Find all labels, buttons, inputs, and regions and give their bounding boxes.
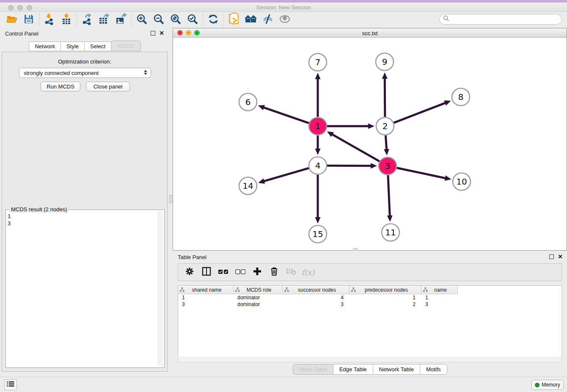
graph-node-1[interactable]: 1 <box>309 118 327 135</box>
table-toolbar: f(x) <box>178 263 562 281</box>
table-horizontal-scrollbar[interactable] <box>178 356 562 362</box>
graph-node-3[interactable]: 3 <box>379 157 396 175</box>
graph-node-6[interactable]: 6 <box>239 94 257 111</box>
graph-edge-2-3[interactable] <box>384 135 389 155</box>
clone-network-icon <box>228 13 239 27</box>
table-settings-button[interactable] <box>182 265 197 279</box>
graph-node-7[interactable]: 7 <box>309 54 327 71</box>
cell-name[interactable]: 3 <box>421 301 458 308</box>
cell-predecessor-nodes[interactable]: 2 <box>350 301 421 308</box>
optimization-criterion-select[interactable]: strongly connected component <box>19 68 151 78</box>
tab-node-table[interactable]: Node Table <box>293 364 333 375</box>
function-builder-button[interactable]: f(x) <box>301 265 315 279</box>
graph-edge-3-10[interactable] <box>397 168 451 181</box>
cell-successor-nodes[interactable]: 3 <box>283 301 350 308</box>
tab-motifs[interactable]: Motifs <box>420 364 447 375</box>
export-table-button[interactable] <box>96 13 113 27</box>
graph-node-8[interactable]: 8 <box>452 88 470 106</box>
tab-select[interactable]: Select <box>84 41 111 51</box>
float-panel-icon[interactable] <box>549 254 554 259</box>
cell-name[interactable]: 1 <box>421 294 458 301</box>
clone-network-button[interactable] <box>226 13 242 27</box>
graph-edge-1-2[interactable] <box>327 124 374 129</box>
float-panel-icon[interactable] <box>151 31 155 36</box>
tab-mcds[interactable]: MCDS <box>111 41 140 51</box>
close-panel-icon[interactable]: ✕ <box>159 31 164 36</box>
cell-MCDS-role[interactable]: dominator <box>234 294 283 301</box>
cell-successor-nodes[interactable]: 4 <box>283 294 350 301</box>
graph-node-2[interactable]: 2 <box>376 118 394 135</box>
network-window-titlebar[interactable]: × − + scc.txt <box>173 28 567 38</box>
network-overview-button[interactable] <box>242 13 259 27</box>
graph-edge-3-11[interactable] <box>387 175 393 222</box>
vertical-split-handle[interactable] <box>169 195 172 203</box>
search-box[interactable] <box>439 14 562 25</box>
control-panel-window-buttons: ✕ <box>151 31 164 36</box>
cell-shared-name[interactable]: 3 <box>178 301 234 308</box>
memory-button[interactable]: Memory <box>531 380 564 390</box>
search-input[interactable] <box>449 16 555 22</box>
graph-edge-1-6[interactable] <box>258 105 309 123</box>
column-header-MCDS-role[interactable]: MCDS role <box>234 286 283 294</box>
column-header-predecessor-nodes[interactable]: predecessor nodes <box>350 286 421 294</box>
control-panel-tabs: NetworkStyleSelectMCDS <box>0 41 169 51</box>
graph-node-4[interactable]: 4 <box>309 157 327 174</box>
graph-node-9[interactable]: 9 <box>376 53 394 71</box>
graph-node-10[interactable]: 10 <box>453 173 471 190</box>
show-graphics-button[interactable] <box>276 13 293 27</box>
cell-predecessor-nodes[interactable]: 1 <box>350 294 421 301</box>
task-history-button[interactable] <box>4 379 17 390</box>
svg-text:4: 4 <box>315 160 321 171</box>
zoom-out-button[interactable] <box>150 13 167 27</box>
graph-node-11[interactable]: 11 <box>382 224 399 241</box>
delete-row-button[interactable] <box>267 265 281 279</box>
graph-edge-4-14[interactable] <box>258 168 309 184</box>
network-graph-canvas[interactable]: 7968124314101511 <box>173 38 567 250</box>
eye-icon <box>279 14 291 25</box>
zoom-fit-button[interactable] <box>167 13 184 27</box>
tab-style[interactable]: Style <box>61 41 85 51</box>
tab-edge-table[interactable]: Edge Table <box>333 364 373 375</box>
split-columns-button[interactable] <box>199 265 214 279</box>
table-row[interactable]: 3dominator323 <box>178 301 561 308</box>
graph-edge-1-7[interactable] <box>315 73 321 117</box>
close-panel-button[interactable]: Close panel <box>86 82 130 91</box>
run-mcds-button[interactable]: Run MCDS <box>41 82 80 91</box>
select-all-button[interactable] <box>216 265 231 279</box>
column-header-successor-nodes[interactable]: successor nodes <box>283 286 350 294</box>
export-image-button[interactable] <box>113 13 129 27</box>
zoom-selected-button[interactable] <box>184 13 201 27</box>
export-network-button[interactable] <box>79 13 96 27</box>
graph-edge-4-15[interactable] <box>315 175 321 224</box>
graph-edge-1-4[interactable] <box>315 135 321 155</box>
graph-edge-3-1[interactable] <box>327 131 380 161</box>
tab-network-table[interactable]: Network Table <box>373 364 420 375</box>
graph-node-14[interactable]: 14 <box>239 177 257 195</box>
column-header-shared-name[interactable]: shared name <box>178 286 234 294</box>
delete-table-button[interactable] <box>284 265 298 279</box>
node-table[interactable]: shared nameMCDS rolesuccessor nodesprede… <box>178 285 562 362</box>
close-panel-icon[interactable]: ✕ <box>558 254 563 259</box>
svg-text:1: 1 <box>315 121 321 131</box>
toolbar-separator <box>131 14 132 26</box>
import-network-button[interactable] <box>41 13 58 27</box>
result-scrollbar[interactable] <box>158 211 163 366</box>
hide-graphics-button[interactable] <box>259 13 276 27</box>
graph-edge-2-9[interactable] <box>382 72 388 117</box>
apply-layout-button[interactable] <box>205 13 222 27</box>
column-header-name[interactable]: name <box>421 286 458 294</box>
add-row-button[interactable] <box>250 265 264 279</box>
deselect-all-button[interactable] <box>233 265 248 279</box>
table-row[interactable]: 1dominator411 <box>178 294 561 301</box>
import-table-button[interactable] <box>58 13 75 27</box>
svg-text:11: 11 <box>385 227 396 237</box>
tab-network[interactable]: Network <box>29 41 61 51</box>
graph-edge-4-3[interactable] <box>327 163 377 168</box>
graph-node-15[interactable]: 15 <box>309 226 327 243</box>
zoom-in-button[interactable] <box>133 13 150 27</box>
save-session-button[interactable] <box>20 13 37 27</box>
cell-MCDS-role[interactable]: dominator <box>234 301 283 308</box>
open-file-button[interactable] <box>3 13 20 27</box>
graph-edge-2-8[interactable] <box>394 100 451 123</box>
cell-shared-name[interactable]: 1 <box>178 294 234 301</box>
